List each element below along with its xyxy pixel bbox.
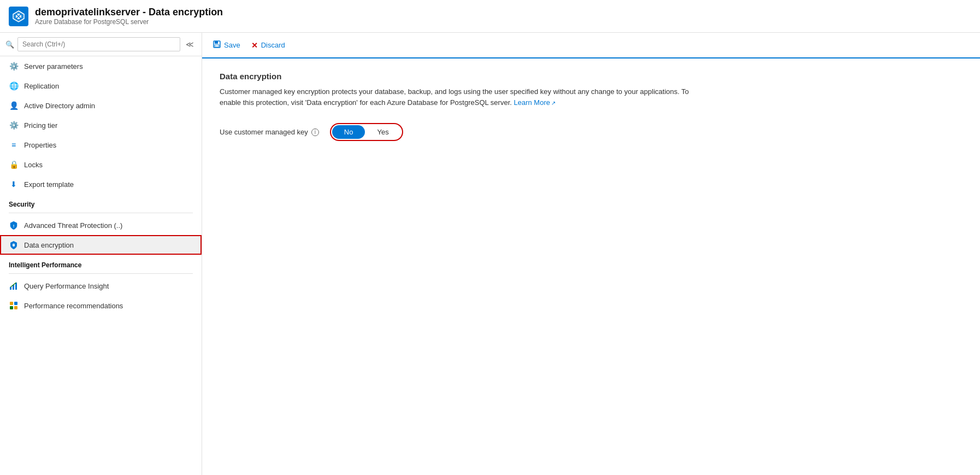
intelligent-performance-divider xyxy=(9,273,193,274)
people-icon: 👤 xyxy=(9,101,19,110)
shield-blue-icon xyxy=(9,240,19,250)
sidebar-navigation: ⚙️ Server parameters 🌐 Replication 👤 Act… xyxy=(0,56,202,475)
collapse-sidebar-button[interactable]: ≪ xyxy=(184,39,196,50)
sidebar-item-label: Performance recommendations xyxy=(24,302,123,310)
discard-button[interactable]: ✕ Discard xyxy=(251,39,285,52)
discard-icon: ✕ xyxy=(251,41,258,50)
save-label: Save xyxy=(224,41,240,49)
sidebar-item-label: Properties xyxy=(24,141,56,149)
sidebar-item-label: Server parameters xyxy=(24,62,83,71)
grid-icon xyxy=(9,301,19,310)
sidebar-item-label: Pricing tier xyxy=(24,121,57,130)
page-header: demoprivatelinkserver - Data encryption … xyxy=(0,0,980,33)
sidebar-item-label: Replication xyxy=(24,82,59,90)
chart-icon xyxy=(9,281,19,291)
content-area: Data encryption Customer managed key enc… xyxy=(202,58,980,475)
svg-rect-9 xyxy=(10,302,13,305)
sidebar-item-active-directory-admin[interactable]: 👤 Active Directory admin xyxy=(0,96,202,115)
svg-rect-10 xyxy=(14,302,17,305)
sidebar-item-replication[interactable]: 🌐 Replication xyxy=(0,76,202,96)
svg-rect-6 xyxy=(10,287,11,290)
sidebar-item-server-parameters[interactable]: ⚙️ Server parameters xyxy=(0,56,202,76)
sidebar-item-label: Data encryption xyxy=(24,241,74,249)
svg-rect-11 xyxy=(10,306,13,309)
discard-label: Discard xyxy=(261,41,285,49)
security-section-title: Security xyxy=(0,194,202,210)
svg-rect-15 xyxy=(215,45,219,47)
security-divider xyxy=(9,213,193,213)
field-label: Use customer managed key i xyxy=(220,128,319,136)
pricing-icon: ⚙️ xyxy=(9,120,19,130)
sidebar-item-query-performance-insight[interactable]: Query Performance Insight xyxy=(0,276,202,296)
managed-key-toggle[interactable]: No Yes xyxy=(330,123,403,141)
search-icon: 🔍 xyxy=(5,40,14,49)
sidebar-item-label: Query Performance Insight xyxy=(24,282,109,290)
search-input[interactable] xyxy=(17,37,180,51)
shield-warn-icon: ! xyxy=(9,220,19,230)
page-title: demoprivatelinkserver - Data encryption xyxy=(35,7,223,18)
customer-managed-key-field: Use customer managed key i No Yes xyxy=(220,123,963,141)
sidebar-item-label: Locks xyxy=(24,161,43,169)
sidebar-item-export-template[interactable]: ⬇ Export template xyxy=(0,174,202,194)
sidebar: 🔍 ≪ ⚙️ Server parameters 🌐 Replication 👤… xyxy=(0,33,202,475)
lock-icon: 🔒 xyxy=(9,160,19,169)
content-description: Customer managed key encryption protects… xyxy=(220,86,711,108)
sidebar-item-label: Advanced Threat Protection (..) xyxy=(24,221,122,230)
intelligent-performance-section-title: Intelligent Performance xyxy=(0,255,202,271)
gear-icon: ⚙️ xyxy=(9,61,19,71)
sidebar-item-pricing-tier[interactable]: ⚙️ Pricing tier xyxy=(0,115,202,135)
sidebar-search-container: 🔍 ≪ xyxy=(0,33,202,56)
info-icon[interactable]: i xyxy=(311,128,319,136)
download-icon: ⬇ xyxy=(9,179,19,189)
svg-rect-14 xyxy=(215,41,218,44)
header-title-block: demoprivatelinkserver - Data encryption … xyxy=(35,7,223,26)
sidebar-item-data-encryption[interactable]: Data encryption xyxy=(0,235,202,255)
sidebar-item-label: Active Directory admin xyxy=(24,102,95,110)
main-content: Save ✕ Discard Data encryption Customer … xyxy=(202,33,980,475)
svg-text:!: ! xyxy=(13,224,15,228)
toolbar: Save ✕ Discard xyxy=(202,33,980,58)
svg-rect-8 xyxy=(15,283,17,290)
learn-more-link[interactable]: Learn More xyxy=(514,98,556,107)
svg-rect-12 xyxy=(14,306,17,309)
sidebar-item-advanced-threat-protection[interactable]: ! Advanced Threat Protection (..) xyxy=(0,215,202,235)
bars-icon: ≡ xyxy=(9,140,19,150)
sidebar-item-label: Export template xyxy=(24,180,74,189)
save-icon xyxy=(213,40,221,50)
azure-postgresql-icon xyxy=(9,7,28,26)
save-button[interactable]: Save xyxy=(213,38,240,52)
content-title: Data encryption xyxy=(220,72,963,81)
toggle-yes-option[interactable]: Yes xyxy=(365,125,400,139)
sidebar-item-performance-recommendations[interactable]: Performance recommendations xyxy=(0,296,202,315)
sidebar-item-locks[interactable]: 🔒 Locks xyxy=(0,155,202,174)
globe-icon: 🌐 xyxy=(9,81,19,91)
toggle-no-option[interactable]: No xyxy=(332,125,365,139)
sidebar-item-properties[interactable]: ≡ Properties xyxy=(0,135,202,155)
page-subtitle: Azure Database for PostgreSQL server xyxy=(35,18,223,26)
